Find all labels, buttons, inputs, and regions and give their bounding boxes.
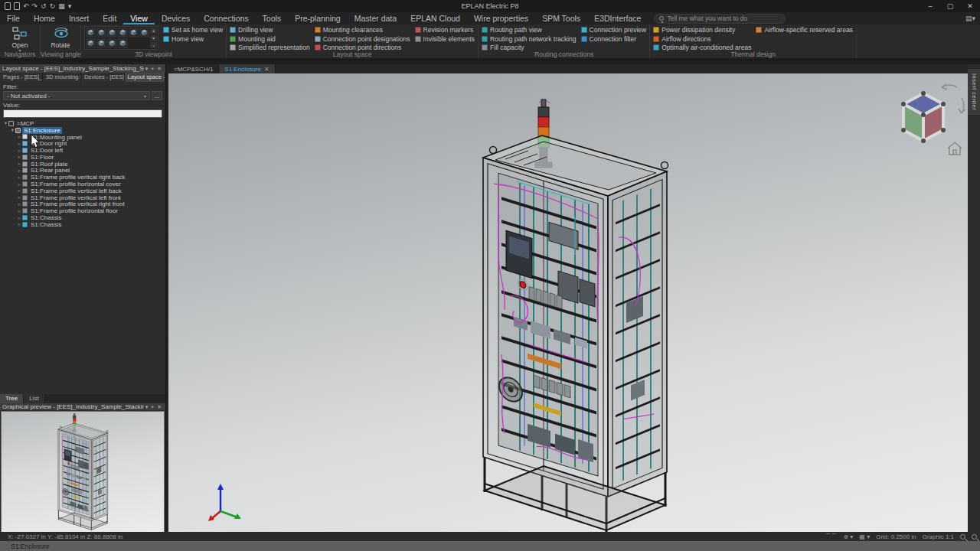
menu-tab-home[interactable]: Home: [27, 12, 62, 24]
tab-close-icon[interactable]: ✕: [264, 66, 270, 73]
enclosure-3d-model[interactable]: [168, 73, 968, 532]
ribbon-item-connection-preview[interactable]: Connection preview: [581, 26, 647, 34]
preview-close-icon[interactable]: ✕: [155, 404, 163, 410]
expand-arrow-icon[interactable]: ▹: [17, 221, 22, 227]
menu-tab-eplan-cloud[interactable]: EPLAN Cloud: [403, 12, 467, 24]
menu-tab-insert[interactable]: Insert: [62, 12, 96, 24]
customize-toolbar-icon[interactable]: ▦: [58, 1, 65, 11]
tree-item-s1-door-right[interactable]: ▹S1:Door right: [0, 140, 165, 147]
ribbon-button-rotate[interactable]: Rotate: [44, 26, 77, 49]
navigator-pin-icon[interactable]: ⌖: [149, 66, 155, 72]
tree-item-s1-frame-profile-horizontal-cover[interactable]: ▹S1:Frame profile horizontal cover: [0, 181, 165, 187]
tree-item-s1-frame-profile-horizontal-floor[interactable]: ▹S1:Frame profile horizontal floor: [0, 207, 165, 214]
expand-arrow-icon[interactable]: ▹: [17, 194, 22, 201]
menu-tab-edit[interactable]: Edit: [96, 12, 123, 24]
view-switch-tab-list[interactable]: List: [24, 394, 44, 403]
expand-arrow-icon[interactable]: ▹: [17, 161, 22, 167]
redo-icon[interactable]: ↷: [32, 1, 38, 11]
grid-toggle-icon[interactable]: ▦ ▾: [859, 533, 870, 540]
expand-arrow-icon[interactable]: ▹: [17, 208, 22, 214]
toolbar-more-icon[interactable]: ▾: [68, 1, 72, 11]
navigator-header[interactable]: Layout space - [EES]_Industry_Sample_Sta…: [0, 64, 165, 73]
ribbon-item-airflow-specific-reserved-areas[interactable]: Airflow-specific reserved areas: [756, 26, 853, 34]
navigator-close-icon[interactable]: ✕: [155, 66, 163, 72]
navigation-cube[interactable]: [894, 81, 968, 164]
expand-arrow-icon[interactable]: ▾: [3, 120, 8, 126]
ribbon-item-invisible-elements[interactable]: Invisible elements: [415, 35, 475, 44]
filter-more-button[interactable]: ...: [152, 91, 162, 100]
viewpoint-preset-5[interactable]: [129, 28, 139, 37]
preview-header[interactable]: Graphical preview - [EES]_Industry_Sampl…: [0, 403, 165, 410]
menu-tab-connections[interactable]: Connections: [197, 12, 255, 24]
expand-arrow-icon[interactable]: ▹: [17, 201, 22, 207]
view-switch-tab-tree[interactable]: Tree: [0, 394, 24, 403]
undo-icon[interactable]: ↶: [23, 1, 29, 11]
viewpoint-preset-6[interactable]: [139, 28, 149, 37]
menu-tab-view[interactable]: View: [123, 12, 155, 24]
expand-arrow-icon[interactable]: ▹: [17, 181, 22, 187]
back-icon[interactable]: ↺: [41, 1, 47, 11]
filter-dropdown[interactable]: - Not activated - ▾: [3, 91, 150, 100]
graphic-scale[interactable]: Graphic 1:1: [923, 533, 954, 540]
tree-item-s1-frame-profile-vertical-left-front[interactable]: ▹S1:Frame profile vertical left front: [0, 194, 165, 201]
search-box[interactable]: [654, 14, 786, 24]
viewpoint-preset-2[interactable]: [96, 28, 106, 37]
minimize-button[interactable]: –: [920, 0, 940, 12]
insert-center-tab[interactable]: Insert center: [968, 69, 980, 115]
zoom-in-icon[interactable]: [960, 534, 965, 540]
menu-tab-pre-planning[interactable]: Pre-planning: [288, 12, 348, 24]
navigator-tab-layout-space-e-[interactable]: Layout space - [E...: [125, 73, 165, 82]
tree-item-s1-frame-profile-vertical-right-back[interactable]: ▹S1:Frame profile vertical right back: [0, 174, 165, 181]
menu-tab-e3dinterface[interactable]: E3DInterface: [587, 12, 648, 24]
viewpoint-preset-7[interactable]: [86, 38, 96, 48]
ribbon-item-home-view[interactable]: Home view: [163, 35, 223, 44]
tree-item-s1-mounting-panel[interactable]: ▹S1:Mounting panel: [0, 134, 165, 141]
search-input[interactable]: [667, 15, 780, 22]
menu-tab-devices[interactable]: Devices: [155, 12, 197, 24]
ribbon-item-routing-path-network-tracking[interactable]: Routing path network tracking: [482, 35, 576, 44]
expand-arrow-icon[interactable]: ▹: [17, 215, 22, 221]
document-tab--mcp-sch-1[interactable]: =MCP&SCH/1: [168, 64, 219, 73]
expand-arrow-icon[interactable]: ▹: [17, 154, 22, 160]
tree-item-s1-chassis[interactable]: ▹S1:Chassis: [0, 214, 165, 221]
navigator-tab-pages-ees-ind-[interactable]: Pages - [EES]_Ind...: [0, 73, 43, 82]
globe-icon[interactable]: ⊕ ▾: [843, 533, 853, 540]
tree-item-s1-frame-profile-vertical-right-front[interactable]: ▹S1:Frame profile vertical right front: [0, 201, 165, 208]
menu-tab-tools[interactable]: Tools: [256, 12, 289, 24]
ribbon-item-drilling-view[interactable]: Drilling view: [230, 26, 310, 34]
menu-tab-spm-tools[interactable]: SPM Tools: [535, 12, 587, 24]
expand-arrow-icon[interactable]: ▹: [17, 174, 22, 181]
navigator-dropdown-icon[interactable]: ▾: [144, 66, 150, 72]
viewpoint-preset-8[interactable]: [96, 38, 106, 48]
zoom-out-icon[interactable]: [972, 534, 977, 540]
routing-jump-icon[interactable]: ⌒⌒: [825, 533, 837, 541]
forward-icon[interactable]: ↻: [50, 1, 56, 11]
open-project-icon[interactable]: [14, 2, 20, 10]
grid-setting[interactable]: Grid: 0.2500 in: [876, 533, 916, 540]
expand-arrow-icon[interactable]: ▹: [17, 148, 22, 154]
navigator-tab-devices-ees-in-[interactable]: Devices - [EES]_In...: [81, 73, 125, 82]
menu-tab-file[interactable]: File: [0, 12, 27, 24]
viewpoint-preset-4[interactable]: [118, 28, 128, 37]
tree-item-s1-floor[interactable]: ▹S1:Floor: [0, 154, 165, 161]
viewpoint-preset-9[interactable]: [107, 38, 117, 48]
expand-arrow-icon[interactable]: ▹: [17, 134, 22, 140]
palette-down-icon[interactable]: ▾: [150, 35, 157, 41]
ribbon-item-power-dissipation-density[interactable]: Power dissipation density: [653, 26, 751, 34]
ribbon-item-mounting-aid[interactable]: Mounting aid: [230, 35, 310, 44]
tree-item-s1-enclosure[interactable]: ▾S1:Enclosure: [0, 127, 165, 134]
new-page-icon[interactable]: [5, 2, 11, 10]
close-button[interactable]: ✕: [960, 0, 980, 12]
preview-viewport[interactable]: [1, 411, 165, 533]
ribbon-display-options-icon[interactable]: ▤▾: [965, 15, 975, 22]
expand-arrow-icon[interactable]: ▾: [10, 127, 15, 133]
ribbon-item-revision-markers[interactable]: Revision markers: [415, 26, 475, 34]
viewpoint-preset-3[interactable]: [107, 28, 117, 37]
expand-arrow-icon[interactable]: ▹: [17, 141, 22, 147]
tree-item-s1-door-left[interactable]: ▹S1:Door left: [0, 147, 165, 154]
ribbon-item-routing-path-view[interactable]: Routing path view: [482, 26, 576, 34]
tree-item-s1-frame-profile-vertical-left-back[interactable]: ▹S1:Frame profile vertical left back: [0, 187, 165, 194]
menu-tab-master-data[interactable]: Master data: [348, 12, 403, 24]
expand-arrow-icon[interactable]: ▹: [17, 187, 22, 194]
palette-more-icon[interactable]: ⌄: [150, 42, 157, 48]
